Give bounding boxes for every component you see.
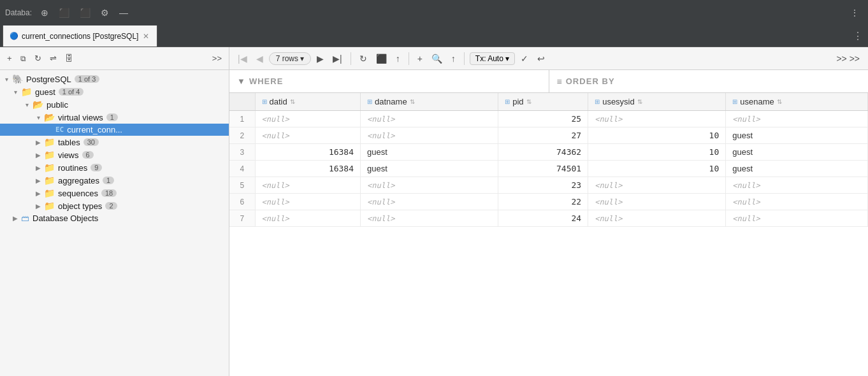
cell-datname-5[interactable]: <null> xyxy=(361,177,498,194)
table-row[interactable]: 416384guest7450110guest xyxy=(229,161,868,177)
refresh-result-btn[interactable]: ↻ xyxy=(356,52,370,66)
cell-pid-5[interactable]: 23 xyxy=(498,177,588,194)
last-page-btn[interactable]: ▶| xyxy=(329,52,345,66)
cell-usesysid-4[interactable]: 10 xyxy=(588,161,726,177)
up-btn[interactable]: ↑ xyxy=(393,52,403,66)
table-row[interactable]: 1<null><null>25<null><null> xyxy=(229,111,868,127)
cell-datname-2[interactable]: <null> xyxy=(361,127,498,144)
up2-btn[interactable]: ↑ xyxy=(448,52,459,66)
add-item-btn[interactable]: + xyxy=(4,52,15,65)
cell-usename-4[interactable]: guest xyxy=(726,161,868,177)
col-header-pid[interactable]: ⊞ pid ⇅ xyxy=(498,93,588,111)
col-header-datname[interactable]: ⊞ datname ⇅ xyxy=(361,93,498,111)
current-conn-label: current_conn... xyxy=(67,125,122,134)
tree-item-tables[interactable]: ▶ 📁 tables 30 xyxy=(0,136,229,148)
orderby-section[interactable]: ≡ ORDER BY xyxy=(549,70,869,92)
cell-datname-4[interactable]: guest xyxy=(361,161,498,177)
layout2-btn[interactable]: ⬛ xyxy=(76,5,94,20)
add-connection-btn[interactable]: ⊕ xyxy=(37,5,52,20)
tab-current-connections[interactable]: 🔵 current_connections [PostgreSQL] ✕ xyxy=(3,25,157,47)
cell-datname-7[interactable]: <null> xyxy=(361,210,498,227)
tab-label: current_connections [PostgreSQL] xyxy=(22,32,138,41)
copy-btn[interactable]: ⧉ xyxy=(17,52,29,65)
cell-rownum-2[interactable]: 2 xyxy=(229,127,255,144)
check-btn[interactable]: ✓ xyxy=(517,52,532,66)
tree-item-sequences[interactable]: ▶ 📁 sequences 18 xyxy=(0,187,229,199)
cell-usesysid-2[interactable]: 10 xyxy=(588,127,726,144)
cell-usename-2[interactable]: guest xyxy=(726,127,868,144)
more-options-btn[interactable]: ⋮ xyxy=(846,5,863,20)
cell-usename-3[interactable]: guest xyxy=(726,144,868,161)
cell-usename-6[interactable]: <null> xyxy=(726,194,868,210)
cell-pid-1[interactable]: 25 xyxy=(498,111,588,127)
tree-item-guest[interactable]: ▾ 📁 guest 1 of 4 xyxy=(0,85,229,98)
stack-btn[interactable]: 🗄 xyxy=(62,52,76,65)
add-row-btn[interactable]: + xyxy=(414,52,426,66)
cell-datname-3[interactable]: guest xyxy=(361,144,498,161)
cell-rownum-4[interactable]: 4 xyxy=(229,161,255,177)
cell-usesysid-7[interactable]: <null> xyxy=(588,210,726,227)
col-header-usename[interactable]: ⊞ usename ⇅ xyxy=(726,93,868,111)
result-more-btn[interactable]: >> >> xyxy=(833,52,863,66)
cell-usesysid-3[interactable]: 10 xyxy=(588,144,726,161)
table-row[interactable]: 2<null><null>2710guest xyxy=(229,127,868,144)
cell-pid-6[interactable]: 22 xyxy=(498,194,588,210)
cell-usesysid-1[interactable]: <null> xyxy=(588,111,726,127)
layout1-btn[interactable]: ⬛ xyxy=(55,5,73,20)
cell-datid-2[interactable]: <null> xyxy=(255,127,361,144)
settings-btn[interactable]: ⚙ xyxy=(97,5,113,20)
cell-rownum-7[interactable]: 7 xyxy=(229,210,255,227)
cell-usename-7[interactable]: <null> xyxy=(726,210,868,227)
rows-badge[interactable]: 7 rows ▾ xyxy=(269,52,311,65)
tree-item-current-connections[interactable]: EC current_conn... xyxy=(0,124,229,136)
cell-rownum-6[interactable]: 6 xyxy=(229,194,255,210)
cell-datname-6[interactable]: <null> xyxy=(361,194,498,210)
minimize-btn[interactable]: — xyxy=(115,5,132,20)
cell-datid-5[interactable]: <null> xyxy=(255,177,361,194)
where-section[interactable]: ▼ WHERE xyxy=(229,70,549,92)
sidebar-more-btn[interactable]: >> xyxy=(209,52,225,65)
tree-item-postgresql[interactable]: ▾ 🐘 PostgreSQL 1 of 3 xyxy=(0,73,229,85)
tree-item-routines[interactable]: ▶ 📁 routines 9 xyxy=(0,161,229,174)
prev-page-btn[interactable]: ◀ xyxy=(253,52,266,66)
tree-item-views[interactable]: ▶ 📁 views 6 xyxy=(0,148,229,161)
undo-btn[interactable]: ↩ xyxy=(534,52,548,66)
table-row[interactable]: 5<null><null>23<null><null> xyxy=(229,177,868,194)
table-row[interactable]: 6<null><null>22<null><null> xyxy=(229,194,868,210)
cell-usesysid-6[interactable]: <null> xyxy=(588,194,726,210)
table-row[interactable]: 7<null><null>24<null><null> xyxy=(229,210,868,227)
tree-item-virtual-views[interactable]: ▾ 📂 virtual views 1 xyxy=(0,111,229,124)
cell-usesysid-5[interactable]: <null> xyxy=(588,177,726,194)
cell-pid-4[interactable]: 74501 xyxy=(498,161,588,177)
cell-datid-1[interactable]: <null> xyxy=(255,111,361,127)
cell-pid-7[interactable]: 24 xyxy=(498,210,588,227)
refresh-btn[interactable]: ↻ xyxy=(31,52,45,65)
table-row[interactable]: 316384guest7436210guest xyxy=(229,144,868,161)
cell-datname-1[interactable]: <null> xyxy=(361,111,498,127)
cell-usename-5[interactable]: <null> xyxy=(726,177,868,194)
find-btn[interactable]: 🔍 xyxy=(428,52,445,66)
cell-rownum-5[interactable]: 5 xyxy=(229,177,255,194)
next-page-btn[interactable]: ▶ xyxy=(314,52,327,66)
cell-datid-6[interactable]: <null> xyxy=(255,194,361,210)
cell-usename-1[interactable]: <null> xyxy=(726,111,868,127)
first-page-btn[interactable]: |◀ xyxy=(235,52,250,66)
col-header-datid[interactable]: ⊞ datid ⇅ xyxy=(255,93,361,111)
cell-datid-3[interactable]: 16384 xyxy=(255,144,361,161)
tree-item-object-types[interactable]: ▶ 📁 object types 2 xyxy=(0,199,229,212)
cell-pid-3[interactable]: 74362 xyxy=(498,144,588,161)
tx-badge[interactable]: Tx: Auto ▾ xyxy=(470,52,515,65)
tab-more-btn[interactable]: ⋮ xyxy=(848,30,868,42)
tree-item-aggregates[interactable]: ▶ 📁 aggregates 1 xyxy=(0,174,229,187)
cell-datid-7[interactable]: <null> xyxy=(255,210,361,227)
col-header-usesysid[interactable]: ⊞ usesysid ⇅ xyxy=(588,93,726,111)
tree-item-database-objects[interactable]: ▶ 🗃 Database Objects xyxy=(0,212,229,224)
cell-rownum-3[interactable]: 3 xyxy=(229,144,255,161)
tree-item-public[interactable]: ▾ 📂 public xyxy=(0,98,229,111)
stop-btn[interactable]: ⬛ xyxy=(373,52,390,66)
cell-pid-2[interactable]: 27 xyxy=(498,127,588,144)
tab-close-btn[interactable]: ✕ xyxy=(141,32,150,41)
cell-datid-4[interactable]: 16384 xyxy=(255,161,361,177)
schema-btn[interactable]: ⇌ xyxy=(47,52,60,65)
cell-rownum-1[interactable]: 1 xyxy=(229,111,255,127)
